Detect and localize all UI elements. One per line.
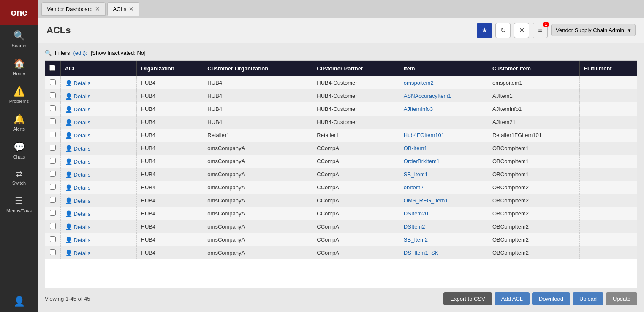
item-cell: OMS_REG_Item1 [399, 194, 488, 207]
item-link[interactable]: obItem2 [404, 184, 424, 191]
sidebar-item-menus-favs[interactable]: ☰ Menus/Favs [0, 191, 38, 218]
col-header-customer-item: Customer Item [488, 61, 579, 76]
sidebar-item-problems[interactable]: ⚠️ Problems [0, 81, 38, 109]
favorite-button[interactable]: ★ [477, 23, 492, 38]
details-link[interactable]: Details [74, 250, 91, 256]
sidebar-item-home[interactable]: 🏠 Home [0, 53, 38, 81]
tab-acls[interactable]: ACLs ✕ [107, 2, 139, 16]
details-link[interactable]: Details [74, 224, 91, 230]
sidebar-item-label: Alerts [13, 126, 25, 132]
item-link[interactable]: Hub4FGItem101 [404, 132, 444, 138]
item-link[interactable]: OB-Item1 [404, 145, 427, 151]
export-csv-button[interactable]: Export to CSV [443, 292, 492, 305]
sidebar-item-switch[interactable]: ⇄ Switch [0, 164, 38, 191]
row-checkbox[interactable] [50, 105, 56, 111]
item-link[interactable]: DSItem20 [404, 210, 428, 217]
person-icon: 👤 [65, 184, 72, 191]
tab-vendor-dashboard[interactable]: Vendor Dashboard ✕ [41, 2, 106, 16]
bell-icon: 🔔 [14, 114, 25, 125]
customer-item-cell: AJItemInfo1 [488, 102, 579, 116]
person-icon: 👤 [65, 210, 72, 217]
update-button[interactable]: Update [606, 292, 637, 305]
row-checkbox[interactable] [50, 158, 56, 164]
details-link[interactable]: Details [74, 80, 91, 86]
organization-cell: HUB4 [136, 155, 203, 168]
tab-close-icon[interactable]: ✕ [129, 5, 134, 12]
sidebar-item-search[interactable]: 🔍 Search [0, 25, 38, 53]
item-link[interactable]: omspoitem2 [404, 80, 434, 86]
item-link[interactable]: ASNAccuracyItem1 [404, 93, 451, 99]
sidebar-item-alerts[interactable]: 🔔 Alerts [0, 109, 38, 137]
row-checkbox[interactable] [50, 236, 56, 242]
close-button[interactable]: ✕ [514, 23, 529, 38]
person-icon: 👤 [65, 250, 72, 256]
select-all-checkbox[interactable] [49, 65, 55, 71]
menu-icon: ☰ [15, 196, 23, 207]
item-link[interactable]: OrderBrkItem1 [404, 158, 440, 164]
chat-icon: 💬 [14, 142, 25, 153]
refresh-button[interactable]: ↻ [495, 23, 511, 38]
customer-partner-cell: CCompA [312, 142, 399, 155]
customer-item-cell: OBCompItem2 [488, 233, 579, 246]
sidebar-item-chats[interactable]: 💬 Chats [0, 137, 38, 164]
details-link[interactable]: Details [74, 93, 91, 100]
row-checkbox[interactable] [50, 92, 56, 98]
download-button[interactable]: Download [532, 292, 570, 305]
sidebar-item-user[interactable]: 👤 [0, 291, 38, 312]
person-icon: 👤 [65, 237, 72, 243]
row-checkbox[interactable] [50, 197, 56, 203]
customer-org-cell: HUB4 [203, 116, 312, 129]
item-link[interactable]: DSItem2 [404, 223, 425, 230]
details-link[interactable]: Details [74, 185, 91, 191]
person-icon: 👤 [65, 145, 72, 152]
item-cell: OrderBrkItem1 [399, 155, 488, 168]
details-link[interactable]: Details [74, 119, 91, 126]
row-checkbox[interactable] [50, 210, 56, 216]
details-link[interactable]: Details [74, 159, 91, 165]
details-link[interactable]: Details [74, 211, 91, 217]
details-link[interactable]: Details [74, 172, 91, 178]
row-checkbox[interactable] [50, 145, 56, 151]
customer-org-cell: HUB4 [203, 76, 312, 89]
customer-item-cell: OBCompItem2 [488, 181, 579, 194]
select-all-header[interactable] [45, 61, 60, 76]
row-checkbox-cell [45, 155, 60, 168]
upload-button[interactable]: Upload [573, 292, 603, 305]
item-cell [399, 116, 488, 129]
table-row: 👤DetailsHUB4omsCompanyACCompASB_Item1OBC… [45, 168, 637, 181]
row-checkbox[interactable] [50, 79, 56, 85]
details-link[interactable]: Details [74, 237, 91, 243]
details-link[interactable]: Details [74, 132, 91, 139]
add-acl-button[interactable]: Add ACL [495, 292, 530, 305]
tab-close-icon[interactable]: ✕ [95, 5, 100, 12]
details-link[interactable]: Details [74, 198, 91, 204]
customer-item-cell: OBCompItem2 [488, 207, 579, 220]
chevron-down-icon: ▾ [628, 27, 631, 33]
row-checkbox-cell [45, 76, 60, 89]
row-checkbox-cell [45, 168, 60, 181]
item-cell: DSItem20 [399, 207, 488, 220]
item-link[interactable]: DS_Item1_SK [404, 250, 438, 256]
item-link[interactable]: SB_Item2 [404, 237, 428, 243]
edit-filters-link[interactable]: (edit): [73, 50, 87, 56]
close-icon: ✕ [519, 26, 524, 34]
row-checkbox[interactable] [50, 118, 56, 124]
row-checkbox[interactable] [50, 171, 56, 177]
row-checkbox[interactable] [50, 184, 56, 190]
page-header: ACLs ★ ↻ ✕ ≡ 1 Vendor Supply Chain Admin… [38, 18, 644, 43]
filters-label: Filters [55, 50, 70, 56]
item-link[interactable]: OMS_REG_Item1 [404, 197, 448, 204]
row-checkbox[interactable] [50, 223, 56, 229]
acl-cell: 👤Details [60, 76, 136, 89]
notifications-button[interactable]: ≡ 1 [533, 23, 548, 38]
details-link[interactable]: Details [74, 106, 91, 113]
row-checkbox[interactable] [50, 249, 56, 255]
item-link[interactable]: AJItemInfo3 [404, 106, 433, 112]
item-link[interactable]: SB_Item1 [404, 171, 428, 178]
details-link[interactable]: Details [74, 145, 91, 152]
fulfillment-cell [579, 246, 637, 259]
table-row: 👤DetailsHUB4omsCompanyACCompADSItem20OBC… [45, 207, 637, 220]
row-checkbox[interactable] [50, 132, 56, 137]
role-dropdown[interactable]: Vendor Supply Chain Admin ▾ [551, 24, 636, 36]
item-cell: SB_Item1 [399, 168, 488, 181]
